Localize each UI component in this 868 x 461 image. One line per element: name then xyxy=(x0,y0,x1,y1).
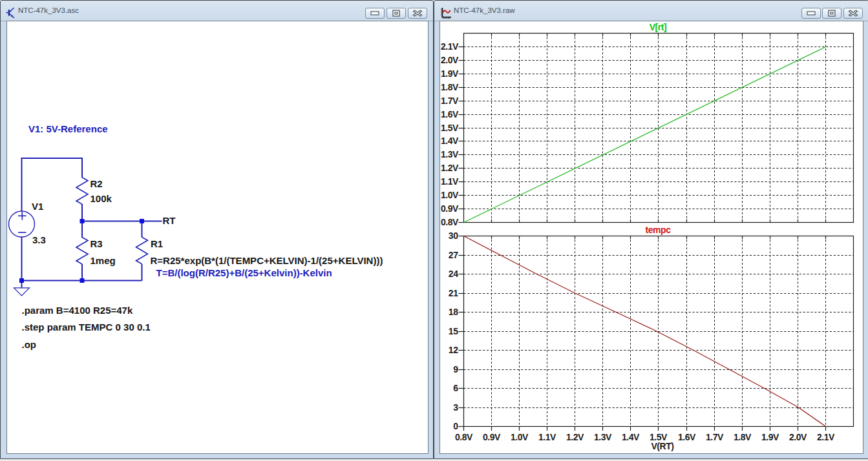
svg-text:RT: RT xyxy=(163,215,176,226)
svg-text:0.9V: 0.9V xyxy=(483,432,501,442)
svg-text:R=R25*exp(B*(1/(TEMPC+KELVIN)-: R=R25*exp(B*(1/(TEMPC+KELVIN)-1/(25+KELV… xyxy=(151,255,383,266)
svg-text:tempc: tempc xyxy=(646,225,672,235)
svg-text:1.3V: 1.3V xyxy=(594,432,612,442)
svg-text:.step param TEMPC 0 30 0.1: .step param TEMPC 0 30 0.1 xyxy=(22,322,151,333)
svg-text:2.1V: 2.1V xyxy=(817,432,835,442)
svg-text:3: 3 xyxy=(453,402,458,413)
svg-text:100k: 100k xyxy=(90,193,112,204)
svg-text:30: 30 xyxy=(449,230,458,241)
svg-text:1.6V: 1.6V xyxy=(678,432,696,442)
svg-text:V1: V1 xyxy=(32,201,43,212)
svg-text:1.7V: 1.7V xyxy=(706,432,724,442)
svg-text:12: 12 xyxy=(449,345,458,355)
svg-text:0.8V: 0.8V xyxy=(455,432,473,442)
svg-text:2.0V: 2.0V xyxy=(441,55,459,65)
svg-text:0.8V: 0.8V xyxy=(441,217,459,227)
svg-text:.param B=4100 R25=47k: .param B=4100 R25=47k xyxy=(22,305,133,316)
svg-text:0: 0 xyxy=(453,421,458,431)
svg-text:1.2V: 1.2V xyxy=(566,432,584,442)
svg-text:9: 9 xyxy=(453,364,458,374)
svg-text:1.8V: 1.8V xyxy=(441,82,459,92)
svg-text:2.0V: 2.0V xyxy=(789,432,807,442)
svg-text:1.1V: 1.1V xyxy=(538,432,556,442)
svg-text:1.1V: 1.1V xyxy=(441,176,459,187)
svg-text:1.4V: 1.4V xyxy=(622,432,640,442)
svg-text:18: 18 xyxy=(449,307,458,317)
svg-text:1.9V: 1.9V xyxy=(761,432,779,442)
svg-text:R3: R3 xyxy=(90,238,103,249)
svg-text:15: 15 xyxy=(449,326,458,336)
svg-text:0.9V: 0.9V xyxy=(441,203,459,214)
svg-text:1.4V: 1.4V xyxy=(441,136,459,146)
svg-text:1.8V: 1.8V xyxy=(734,432,752,442)
svg-text:V1: 5V-Reference: V1: 5V-Reference xyxy=(28,123,108,134)
svg-text:2.1V: 2.1V xyxy=(441,41,459,52)
svg-text:1.3V: 1.3V xyxy=(441,149,459,159)
svg-text:1.2V: 1.2V xyxy=(441,163,459,173)
svg-text:27: 27 xyxy=(449,250,458,260)
svg-text:1.0V: 1.0V xyxy=(511,432,529,442)
svg-text:1meg: 1meg xyxy=(90,255,116,266)
svg-text:1.5V: 1.5V xyxy=(441,123,459,133)
svg-text:1.7V: 1.7V xyxy=(441,96,459,106)
svg-text:.op: .op xyxy=(22,339,37,350)
svg-text:R1: R1 xyxy=(151,238,163,249)
svg-text:21: 21 xyxy=(449,288,458,298)
svg-text:V(RT): V(RT) xyxy=(651,441,673,451)
svg-text:1.0V: 1.0V xyxy=(441,190,459,200)
svg-text:24: 24 xyxy=(449,269,458,279)
svg-text:V[rt]: V[rt] xyxy=(650,22,667,32)
svg-text:1.9V: 1.9V xyxy=(441,68,459,79)
svg-text:6: 6 xyxy=(453,383,458,393)
svg-text:R2: R2 xyxy=(90,178,103,189)
svg-text:3.3: 3.3 xyxy=(32,234,46,245)
svg-text:1.6V: 1.6V xyxy=(441,109,459,119)
svg-text:T=B/(log(R/R25)+B/(25+Kelvin)): T=B/(log(R/R25)+B/(25+Kelvin))-Kelvin xyxy=(156,267,332,278)
